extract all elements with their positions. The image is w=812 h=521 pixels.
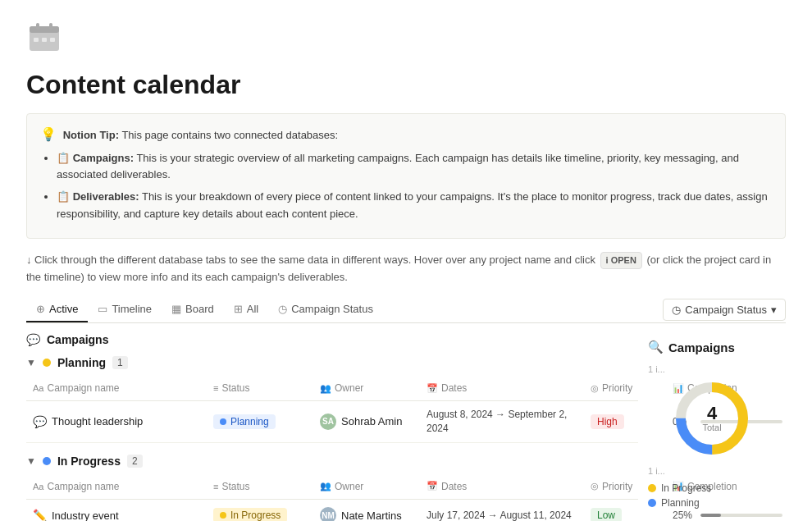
tip-bullet-campaigns-label: Campaigns: [73, 152, 134, 164]
legend-item-planning: Planning [648, 497, 776, 509]
col-ip-dates: 📅 Dates [420, 478, 584, 496]
tip-text: This page contains two connected databas… [121, 129, 338, 141]
tab-timeline[interactable]: ▭ Timeline [88, 297, 162, 322]
priority-badge-low-industry: Low [591, 508, 622, 521]
active-tab-icon: ⊕ [36, 303, 45, 315]
tip-icon: 💡 [40, 127, 57, 141]
priority-badge-high-thought: High [591, 414, 624, 429]
tip-bullet-deliverables-text: This is your breakdown of every piece of… [57, 190, 768, 220]
cell-campaign-name-thought: 💬 Thought leadership [26, 401, 207, 442]
legend-item-inprogress: In Progress [648, 482, 776, 494]
col-ip-campaign-name: Aa Campaign name [26, 478, 207, 496]
page-icon [26, 20, 786, 63]
filter-campaign-status-button[interactable]: ◷ Campaign Status ▾ [663, 299, 786, 321]
table-row[interactable]: 💬 Thought leadership Planning SA Sohrab … [26, 401, 638, 443]
col-campaign-name: Aa Campaign name [26, 379, 207, 397]
tab-campaign-status[interactable]: ◷ Campaign Status [268, 297, 383, 322]
thought-leadership-icon: 💬 [33, 415, 47, 428]
col-headers-planning: Aa Campaign name ≡ Status 👥 Owner 📅 Date… [26, 376, 638, 401]
filter-chevron-icon: ▾ [771, 304, 777, 316]
donut-total-count: 4 [707, 404, 717, 423]
tip-bullet-campaigns: 📋 Campaigns: This is your strategic over… [57, 150, 772, 185]
planning-status-dot [220, 418, 226, 425]
inprogress-count: 2 [127, 455, 143, 468]
col-owner: 👥 Owner [313, 379, 420, 397]
cell-status-industry: In Progress [207, 500, 313, 521]
avatar-nate: NM [320, 507, 336, 521]
col-headers-inprogress: Aa Campaign name ≡ Status 👥 Owner 📅 Date… [26, 474, 638, 500]
tab-board-label: Board [185, 303, 214, 315]
tab-timeline-label: Timeline [112, 303, 152, 315]
legend-dot-inprogress [648, 484, 656, 492]
legend-label-planning: Planning [661, 497, 700, 509]
all-tab-icon: ⊞ [234, 303, 243, 315]
inprogress-label: In Progress [57, 455, 121, 468]
campaigns-table-icon: 💬 [26, 333, 40, 346]
donut-center: 4 Total [702, 404, 721, 432]
tab-active[interactable]: ⊕ Active [26, 297, 88, 322]
svg-rect-2 [36, 23, 39, 30]
content-area: 💬 Campaigns ▼ Planning 1 Aa Campaign nam… [26, 323, 786, 521]
open-badge: i OPEN [600, 252, 642, 269]
thought-leadership-name: Thought leadership [52, 415, 143, 427]
tip-bullet-deliverables: 📋 Deliverables: This is your breakdown o… [57, 189, 772, 223]
tab-all-label: All [247, 303, 258, 315]
campaign-status-tab-icon: ◷ [278, 303, 287, 315]
tabs-bar: ⊕ Active ▭ Timeline ▦ Board ⊞ All ◷ Camp… [26, 297, 786, 323]
campaigns-table-title: Campaigns [47, 333, 108, 346]
status-badge-planning: Planning [213, 414, 276, 429]
right-panel-icon: 🔍 [648, 340, 664, 354]
col-dates: 📅 Dates [420, 379, 584, 397]
right-panel-title: 🔍 Campaigns [648, 330, 776, 354]
table-row[interactable]: ✏️ Industry event In Progress NM Nate Ma… [26, 500, 638, 521]
tab-all[interactable]: ⊞ All [224, 297, 268, 322]
cell-campaign-name-industry: ✏️ Industry event [26, 500, 207, 521]
planning-label: Planning [57, 356, 106, 369]
tab-campaign-status-label: Campaign Status [291, 303, 373, 315]
svg-rect-4 [34, 38, 39, 42]
status-badge-inprogress-industry: In Progress [213, 508, 287, 521]
inprogress-status-dot-industry [220, 512, 226, 519]
planning-count: 1 [112, 356, 128, 369]
svg-rect-6 [50, 38, 55, 42]
svg-rect-3 [49, 23, 52, 30]
tab-active-label: Active [49, 303, 78, 315]
right-panel-side-label-2: 1 i... [648, 466, 776, 476]
section-planning-header: ▼ Planning 1 [26, 353, 638, 376]
donut-container: 4 Total [648, 377, 776, 459]
filter-icon: ◷ [672, 304, 681, 316]
board-tab-icon: ▦ [171, 303, 181, 315]
tip-prefix: Notion Tip: [63, 129, 119, 141]
inprogress-dot [43, 457, 51, 465]
tip-box: 💡 Notion Tip: This page contains two con… [26, 113, 786, 239]
tip-bullet-deliverables-label: Deliverables: [73, 190, 139, 203]
tip-list: 📋 Campaigns: This is your strategic over… [57, 150, 772, 223]
cell-status-thought: Planning [207, 401, 313, 442]
inprogress-toggle-icon[interactable]: ▼ [26, 455, 36, 467]
tab-board[interactable]: ▦ Board [162, 297, 224, 322]
planning-toggle-icon[interactable]: ▼ [26, 357, 36, 368]
owner-sohrab-name: Sohrab Amin [341, 415, 402, 427]
col-status: ≡ Status [207, 379, 313, 397]
timeline-tab-icon: ▭ [98, 303, 107, 315]
right-panel-side-label-1: 1 i... [648, 364, 776, 374]
col-ip-status: ≡ Status [207, 478, 313, 496]
legend-dot-planning [648, 499, 656, 507]
section-inprogress-header: ▼ In Progress 2 [26, 443, 638, 474]
cell-dates-thought: August 8, 2024 → September 2, 2024 [420, 401, 584, 442]
tip-bullet-campaigns-text: This is your strategic overview of all m… [57, 152, 739, 181]
industry-event-icon: ✏️ [33, 509, 47, 521]
cell-owner-thought: SA Sohrab Amin [313, 401, 420, 442]
right-panel: 🔍 Campaigns 1 i... 4 Tota [638, 323, 786, 521]
cell-owner-industry: NM Nate Martins [313, 500, 420, 521]
main-table: 💬 Campaigns ▼ Planning 1 Aa Campaign nam… [26, 323, 638, 521]
avatar-sohrab: SA [320, 414, 336, 430]
owner-nate-name: Nate Martins [341, 510, 402, 521]
planning-dot [43, 359, 51, 367]
instructions: ↓ Click through the different database t… [26, 252, 786, 286]
legend: In Progress Planning [648, 482, 776, 509]
svg-rect-5 [42, 38, 47, 42]
legend-label-inprogress: In Progress [661, 482, 711, 494]
filter-label: Campaign Status [685, 304, 767, 316]
donut-wrap: 4 Total [671, 377, 753, 459]
